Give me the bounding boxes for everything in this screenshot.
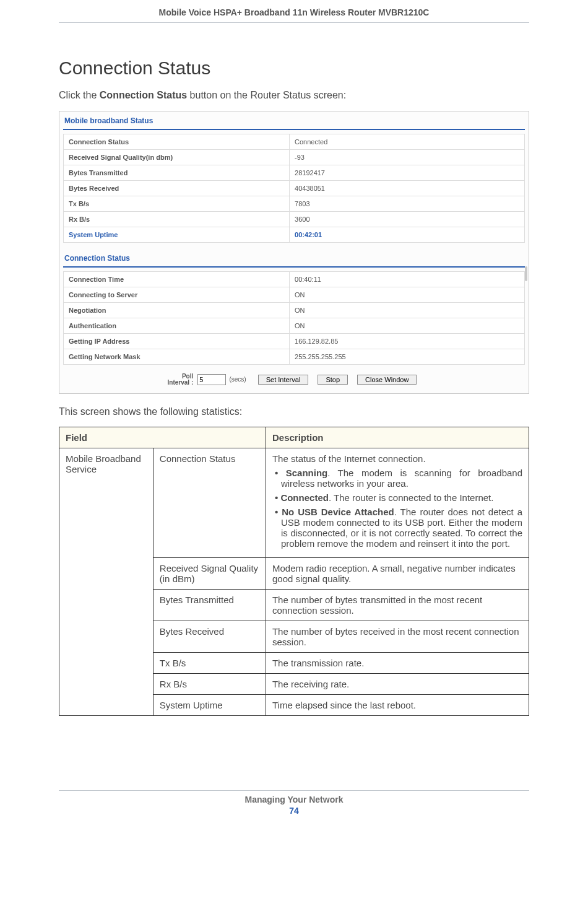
stat-row: Rx B/s3600 [64,211,525,227]
field-description: The number of bytes received in the most… [266,621,529,653]
stat-label: Getting IP Address [64,333,290,349]
stat-label: Negotiation [64,302,290,318]
table-row: Mobile Broadband ServiceConnection Statu… [59,448,529,558]
stat-label: Bytes Received [64,180,290,196]
divider [63,266,525,268]
field-description: The status of the Internet connection.Sc… [266,448,529,558]
stat-value: -93 [290,149,525,165]
intro-bold: Connection Status [100,90,187,100]
stat-label: Rx B/s [64,211,290,227]
field-name: System Uptime [153,695,266,716]
stat-row: Getting Network Mask255.255.255.255 [64,349,525,364]
poll-interval-input[interactable] [197,374,226,385]
conn-status-table: Connection Time00:40:11Connecting to Ser… [63,271,525,365]
bullet-item: Scanning. The modem is scanning for broa… [272,468,522,489]
stat-row: System Uptime00:42:01 [64,227,525,242]
stat-row: Bytes Received40438051 [64,180,525,196]
field-name: Received Signal Quality (in dBm) [153,558,266,590]
stat-row: Received Signal Quality(in dbm)-93 [64,149,525,165]
stat-label: Connection Time [64,271,290,287]
document-title: Mobile Voice HSPA+ Broadband 11n Wireles… [59,0,529,17]
stat-value: 00:40:11 [290,271,525,287]
bullet-item: No USB Device Attached. The router does … [272,507,522,549]
intro-paragraph: Click the Connection Status button on th… [59,89,529,102]
stat-label: Connection Status [64,134,290,149]
stat-value: ON [290,318,525,333]
top-divider [59,22,529,23]
stat-label: Getting Network Mask [64,349,290,364]
poll-label-line2: Interval : [168,379,194,386]
secs-label: (secs) [229,376,246,383]
conn-status-heading: Connection Status [59,249,529,264]
stat-row: Bytes Transmitted28192417 [64,165,525,180]
field-description: The receiving rate. [266,674,529,695]
col-header-description: Description [266,427,529,448]
field-name: Connection Status [153,448,266,558]
stat-value: 00:42:01 [290,227,525,242]
stat-row: AuthenticationON [64,318,525,333]
stat-value: 40438051 [290,180,525,196]
stat-value: Connected [290,134,525,149]
stat-label: Authentication [64,318,290,333]
stat-value: 3600 [290,211,525,227]
stat-row: Getting IP Address166.129.82.85 [64,333,525,349]
section-heading: Connection Status [59,58,529,79]
footer-divider [59,790,529,791]
poll-interval-label: Poll Interval : [168,373,194,386]
stat-label: Received Signal Quality(in dbm) [64,149,290,165]
caption-text: This screen shows the following statisti… [59,405,529,419]
stat-value: 166.129.82.85 [290,333,525,349]
stop-button[interactable]: Stop [318,375,348,385]
field-name: Tx B/s [153,653,266,674]
stat-value: 7803 [290,196,525,211]
mbb-status-table: Connection StatusConnectedReceived Signa… [63,134,525,243]
stat-value: ON [290,302,525,318]
field-name: Bytes Transmitted [153,590,266,621]
stat-row: Connecting to ServerON [64,287,525,302]
field-description-table: Field Description Mobile Broadband Servi… [59,427,529,716]
footer-chapter: Managing Your Network [59,795,529,804]
group-label: Mobile Broadband Service [59,448,153,716]
field-name: Bytes Received [153,621,266,653]
col-header-field: Field [59,427,266,448]
bullet-item: Connected. The router is connected to th… [272,492,522,503]
stat-label: Connecting to Server [64,287,290,302]
stat-row: Connection Time00:40:11 [64,271,525,287]
stat-value: 28192417 [290,165,525,180]
set-interval-button[interactable]: Set Interval [258,375,309,385]
close-window-button[interactable]: Close Window [357,375,417,385]
field-description: Modem radio reception. A small, negative… [266,558,529,590]
stat-row: NegotiationON [64,302,525,318]
mbb-status-heading: Mobile broadband Status [59,111,529,126]
field-description: The number of bytes transmitted in the m… [266,590,529,621]
poll-controls: Poll Interval : (secs) Set Interval Stop… [59,365,529,390]
intro-pre: Click the [59,90,100,100]
field-description: The transmission rate. [266,653,529,674]
stat-row: Tx B/s7803 [64,196,525,211]
field-description: Time elapsed since the last reboot. [266,695,529,716]
stat-label: Bytes Transmitted [64,165,290,180]
stat-row: Connection StatusConnected [64,134,525,149]
status-screenshot-panel: Mobile broadband Status Connection Statu… [59,111,529,394]
stat-label: Tx B/s [64,196,290,211]
stat-value: ON [290,287,525,302]
field-name: Rx B/s [153,674,266,695]
stat-value: 255.255.255.255 [290,349,525,364]
scrollbar-hint [525,266,527,281]
footer-page-number: 74 [59,806,529,816]
divider [63,129,525,130]
stat-label: System Uptime [64,227,290,242]
intro-post: button on the Router Status screen: [187,90,346,100]
